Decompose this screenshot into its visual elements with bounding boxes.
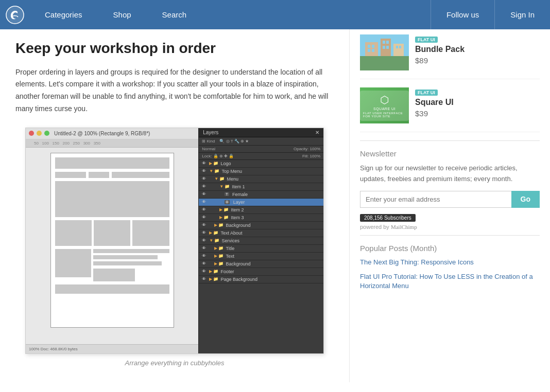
layers-list: 👁 ▶ 📁 Logo 👁 ▼ 📁 Top Menu 👁 <box>199 160 323 344</box>
svg-rect-9 <box>383 41 385 44</box>
svg-rect-7 <box>372 49 374 52</box>
image-caption: Arrange everything in cubbyholes <box>15 359 334 367</box>
layer-item[interactable]: 👁 ▶ 📁 Footer <box>199 268 323 276</box>
layer-item[interactable]: 👁 ▶ 📁 Text <box>199 253 323 260</box>
product-badge-square: FLAT UI <box>415 90 438 96</box>
svg-rect-11 <box>383 46 385 49</box>
ps-canvas <box>50 153 174 328</box>
layers-toolbar: ⊞ Kind 🔍 ◎ T 🔧 ⊕ ★ <box>199 137 323 146</box>
building-image <box>360 34 409 70</box>
ps-titlebar: Untitled-2 @ 100% (Rectangle 9, RGB/8*) <box>26 128 198 139</box>
article-image: Untitled-2 @ 100% (Rectangle 9, RGB/8*) … <box>25 128 324 354</box>
nav-follow-us[interactable]: Follow us <box>431 0 494 29</box>
article-title: Keep your workshop in order <box>15 40 334 57</box>
article-image-container: Untitled-2 @ 100% (Rectangle 9, RGB/8*) … <box>15 128 334 354</box>
layer-item[interactable]: 👁 T Female <box>199 191 323 199</box>
site-logo[interactable] <box>0 0 29 29</box>
ps-statusbar: 100% Doc: 468.8K/0 bytes <box>26 344 198 353</box>
wf-two-cols <box>55 249 169 281</box>
layers-lock-row: Lock: 🔒 ⊕ ✚ 🔒 Fill: 100% <box>199 153 323 160</box>
newsletter-description: Sign up for our newsletter to receive pe… <box>360 163 540 185</box>
subscribers-count: 208,156 Subscribers <box>360 214 416 222</box>
product-thumb-bundle[interactable] <box>360 34 409 70</box>
layers-mode-row: Normal Opacity: 100% <box>199 146 323 153</box>
svg-rect-15 <box>399 46 401 48</box>
newsletter-section: Newsletter Sign up for our newsletter to… <box>360 149 540 230</box>
sidebar-divider-2 <box>360 235 540 236</box>
mailchimp-brand: MailChimp <box>391 224 417 230</box>
ps-maximize-dot[interactable] <box>44 131 49 136</box>
popular-post-link-1[interactable]: The Next Big Thing: Responsive Icons <box>360 258 540 267</box>
product-info-square: FLAT UI Square UI $39 <box>415 87 540 118</box>
nav-links: Categories Shop Search <box>29 0 431 29</box>
article-body: Proper ordering in layers and groups is … <box>15 66 334 115</box>
nav-right-links: Follow us Sign In <box>431 0 550 29</box>
layer-item-selected[interactable]: 👁 ⊞ Layer <box>199 199 323 206</box>
layer-item[interactable]: 👁 ▶ 📁 Item 2 <box>199 206 323 214</box>
nav-sign-in[interactable]: Sign In <box>494 0 550 29</box>
popular-posts-section: Popular Posts (Month) The Next Big Thing… <box>360 244 540 291</box>
nav-categories[interactable]: Categories <box>29 0 98 29</box>
product-name-bundle: Bundle Pack <box>415 45 540 54</box>
product-badge-bundle: FLAT UI <box>415 37 438 43</box>
popular-posts-title: Popular Posts (Month) <box>360 244 540 253</box>
newsletter-form: Go <box>360 191 540 208</box>
layer-item[interactable]: 👁 ▶ 📁 Text About <box>199 229 323 237</box>
ps-ruler: 50 100 150 200 250 300 350 <box>26 139 198 148</box>
square-ui-thumb: ⬡ SQUARE UI FLAT USER INTERFACE FOR YOUR… <box>360 87 409 123</box>
ps-canvas-area <box>26 148 198 333</box>
nav-search[interactable]: Search <box>147 0 202 29</box>
ps-layers-panel: Layers ✕ ⊞ Kind 🔍 ◎ T 🔧 ⊕ ★ Normal Opaci… <box>198 128 323 353</box>
ps-titletext: Untitled-2 @ 100% (Rectangle 9, RGB/8*) <box>54 131 150 136</box>
navbar: Categories Shop Search Follow us Sign In <box>0 0 550 29</box>
newsletter-email-input[interactable] <box>360 191 511 208</box>
svg-rect-14 <box>396 46 398 48</box>
product-card-square: ⬡ SQUARE UI FLAT USER INTERFACE FOR YOUR… <box>360 87 540 132</box>
page-layout: Keep your workshop in order Proper order… <box>0 29 550 382</box>
svg-rect-8 <box>381 39 391 56</box>
product-price-square: $39 <box>415 109 540 118</box>
svg-rect-10 <box>386 41 389 44</box>
product-info-bundle: FLAT UI Bundle Pack $89 <box>415 34 540 65</box>
nav-shop[interactable]: Shop <box>98 0 147 29</box>
layer-item[interactable]: 👁 ▼ 📁 Menu <box>199 175 323 183</box>
product-name-square: Square UI <box>415 98 540 107</box>
layer-item[interactable]: 👁 ▶ 📁 Page Background <box>199 276 323 283</box>
svg-rect-2 <box>360 56 409 70</box>
layer-item[interactable]: 👁 ▶ 📁 Logo <box>199 160 323 168</box>
newsletter-submit-button[interactable]: Go <box>511 191 540 208</box>
svg-point-0 <box>6 6 24 24</box>
layers-panel-title: Layers ✕ <box>199 128 323 137</box>
newsletter-title: Newsletter <box>360 149 540 158</box>
product-price-bundle: $89 <box>415 56 540 65</box>
sidebar: FLAT UI Bundle Pack $89 ⬡ SQUARE UI FLAT… <box>349 29 550 382</box>
product-card-bundle: FLAT UI Bundle Pack $89 <box>360 34 540 79</box>
svg-rect-4 <box>368 45 370 48</box>
svg-rect-13 <box>393 44 404 56</box>
layer-item[interactable]: 👁 ▼ 📁 Services <box>199 237 323 245</box>
ps-minimize-dot[interactable] <box>37 131 42 136</box>
layer-item[interactable]: 👁 ▶ 📁 Background <box>199 222 323 229</box>
layer-item[interactable]: 👁 ▶ 📁 Background <box>199 260 323 268</box>
ps-close-dot[interactable] <box>29 131 34 136</box>
wf-three-cols <box>55 220 169 246</box>
svg-rect-5 <box>372 45 374 48</box>
wf-nav-row <box>55 172 169 178</box>
wf-hero-block <box>55 181 169 217</box>
ps-canvas-panel: Untitled-2 @ 100% (Rectangle 9, RGB/8*) … <box>26 128 198 353</box>
main-content: Keep your workshop in order Proper order… <box>0 29 349 382</box>
svg-rect-6 <box>368 49 370 52</box>
wf-header-block <box>55 157 169 169</box>
layer-item[interactable]: 👁 ▼ 📁 Top Menu <box>199 168 323 175</box>
wf-footer-block <box>55 284 169 294</box>
layer-item[interactable]: 👁 ▼ 📁 Item 1 <box>199 183 323 191</box>
product-thumb-square[interactable]: ⬡ SQUARE UI FLAT USER INTERFACE FOR YOUR… <box>360 87 409 123</box>
layer-item[interactable]: 👁 ▶ 📁 Title <box>199 245 323 253</box>
svg-rect-3 <box>365 42 378 56</box>
svg-rect-12 <box>386 46 389 49</box>
sidebar-divider-1 <box>360 140 540 141</box>
subscribers-badge: 208,156 Subscribers <box>360 213 540 224</box>
layer-item[interactable]: 👁 ▶ 📁 Item 3 <box>199 214 323 222</box>
popular-post-link-2[interactable]: Flat UI Pro Tutorial: How To Use LESS in… <box>360 272 540 291</box>
mailchimp-powered-by: powered by MailChimp <box>360 224 540 230</box>
